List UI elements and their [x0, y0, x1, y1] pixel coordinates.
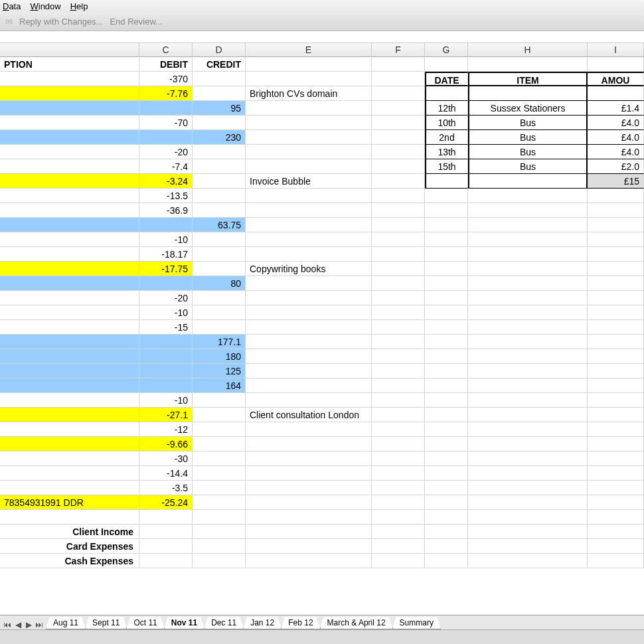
cell[interactable]	[372, 276, 425, 291]
sheet-tab[interactable]: Feb 12	[281, 617, 320, 629]
cell-credit[interactable]	[193, 72, 246, 86]
cell-note[interactable]	[246, 393, 372, 408]
cell-description[interactable]	[0, 262, 139, 276]
side-item[interactable]	[468, 218, 588, 232]
cell[interactable]	[372, 145, 425, 159]
side-amount[interactable]	[588, 262, 644, 276]
side-date[interactable]	[425, 539, 468, 554]
cell-debit[interactable]	[139, 276, 193, 291]
cell-debit[interactable]: -27.1	[139, 408, 193, 422]
side-date[interactable]	[425, 451, 468, 466]
cell-credit[interactable]	[193, 451, 246, 466]
cell[interactable]	[372, 539, 425, 554]
cell-debit[interactable]: -15	[139, 320, 193, 335]
side-amount[interactable]	[588, 539, 644, 554]
cell-debit[interactable]: -10	[139, 393, 193, 408]
cell-description[interactable]	[0, 481, 139, 495]
side-amount[interactable]	[588, 335, 644, 349]
side-date[interactable]	[425, 524, 468, 539]
cell[interactable]	[372, 364, 425, 378]
side-amount[interactable]: £4.0	[588, 130, 644, 145]
cell-description[interactable]	[0, 378, 139, 393]
side-date[interactable]: 12th	[425, 101, 468, 116]
cell-debit[interactable]: -9.66	[139, 437, 193, 451]
side-date[interactable]: 15th	[425, 159, 468, 174]
cell[interactable]	[372, 291, 425, 305]
sheet-tab[interactable]: Dec 11	[204, 617, 244, 629]
cell-description[interactable]: Card Expenses	[0, 539, 139, 554]
cell[interactable]	[372, 495, 425, 510]
column-header[interactable]: G	[425, 43, 468, 57]
cell-credit[interactable]: 63.75	[193, 218, 246, 232]
cell-note[interactable]	[246, 524, 372, 539]
side-amount[interactable]	[588, 320, 644, 335]
cell-description[interactable]	[0, 218, 139, 232]
side-item[interactable]	[468, 408, 588, 422]
cell-credit[interactable]	[193, 554, 246, 568]
side-date[interactable]	[425, 86, 468, 101]
cell-note[interactable]	[246, 101, 372, 116]
side-amount[interactable]: £4.0	[588, 116, 644, 130]
column-header[interactable]: I	[588, 43, 644, 57]
side-amount[interactable]: £1.4	[588, 101, 644, 116]
cell-credit[interactable]: 180	[193, 349, 246, 364]
cell-description[interactable]	[0, 247, 139, 262]
cell-debit[interactable]	[139, 539, 193, 554]
header-debit[interactable]: DEBIT	[139, 57, 193, 72]
side-item[interactable]	[468, 262, 588, 276]
side-item[interactable]	[468, 189, 588, 203]
side-item[interactable]	[468, 554, 588, 568]
cell-description[interactable]: Client Income	[0, 524, 139, 539]
side-date[interactable]	[425, 364, 468, 378]
cell[interactable]	[372, 116, 425, 130]
side-date[interactable]	[425, 276, 468, 291]
cell-note[interactable]	[246, 305, 372, 320]
cell-debit[interactable]: -36.9	[139, 203, 193, 218]
cell-description[interactable]	[0, 174, 139, 189]
cell-debit[interactable]	[139, 554, 193, 568]
cell-description[interactable]	[0, 305, 139, 320]
side-amount[interactable]	[588, 408, 644, 422]
side-date[interactable]: 13th	[425, 145, 468, 159]
sheet-tab[interactable]: Nov 11	[164, 617, 204, 629]
cell-debit[interactable]: -14.4	[139, 466, 193, 481]
cell-note[interactable]	[246, 189, 372, 203]
cell-debit[interactable]: -13.5	[139, 189, 193, 203]
side-item[interactable]	[468, 437, 588, 451]
cell-debit[interactable]	[139, 335, 193, 349]
column-header[interactable]: C	[139, 43, 193, 57]
side-date[interactable]	[425, 203, 468, 218]
side-amount[interactable]	[588, 364, 644, 378]
side-date[interactable]	[425, 189, 468, 203]
side-amount[interactable]	[588, 349, 644, 364]
cell[interactable]	[372, 408, 425, 422]
cell[interactable]	[372, 466, 425, 481]
cell-note[interactable]	[246, 232, 372, 247]
cell-debit[interactable]: -70	[139, 116, 193, 130]
cell[interactable]	[372, 349, 425, 364]
side-amount[interactable]	[588, 437, 644, 451]
cell-debit[interactable]: -20	[139, 145, 193, 159]
side-item[interactable]	[468, 335, 588, 349]
cell-credit[interactable]	[193, 174, 246, 189]
cell-credit[interactable]: 95	[193, 101, 246, 116]
cell-note[interactable]	[246, 145, 372, 159]
side-amount[interactable]: £15	[588, 174, 644, 189]
cell-credit[interactable]: 177.1	[193, 335, 246, 349]
cell-debit[interactable]	[139, 364, 193, 378]
side-date[interactable]	[425, 335, 468, 349]
cell-debit[interactable]: -10	[139, 232, 193, 247]
side-date[interactable]	[425, 495, 468, 510]
cell-debit[interactable]: -12	[139, 422, 193, 437]
cell-credit[interactable]	[193, 393, 246, 408]
cell[interactable]	[246, 57, 372, 72]
side-item[interactable]	[468, 305, 588, 320]
cell-description[interactable]	[0, 408, 139, 422]
cell[interactable]	[372, 262, 425, 276]
end-review-button[interactable]: End Review...	[110, 17, 163, 27]
cell-credit[interactable]	[193, 408, 246, 422]
side-date[interactable]	[425, 466, 468, 481]
cell-credit[interactable]	[193, 189, 246, 203]
cell-credit[interactable]	[193, 291, 246, 305]
cell-note[interactable]	[246, 451, 372, 466]
